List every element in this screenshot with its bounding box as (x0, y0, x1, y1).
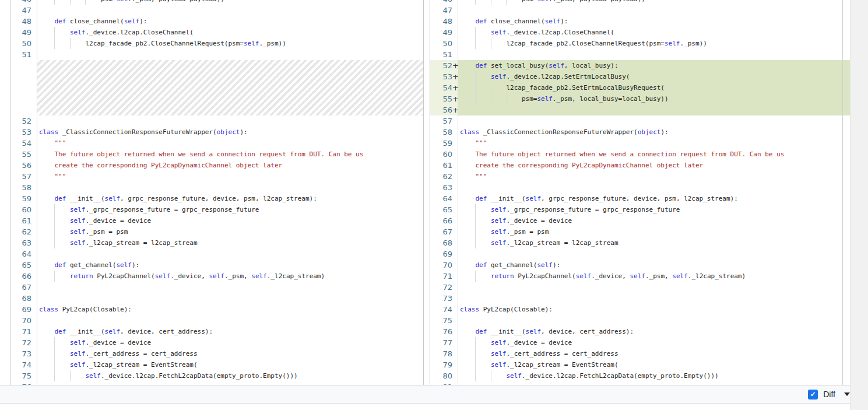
line-number[interactable]: 68 (22, 293, 31, 304)
line-number[interactable]: 53 (442, 71, 452, 82)
line-number[interactable]: 48 (442, 16, 452, 27)
line-number[interactable]: 55 (442, 93, 452, 104)
line-number[interactable]: 59 (22, 193, 31, 204)
line-number[interactable]: 75 (442, 315, 452, 326)
line-number[interactable]: 70 (22, 315, 31, 326)
line-number[interactable]: 66 (442, 215, 452, 226)
line-number[interactable]: 72 (442, 282, 452, 293)
code-line: 77 self._device = device (430, 337, 850, 348)
code-text: self._l2cap_stream = l2cap_stream (458, 237, 842, 248)
code-text: self._l2cap_stream = EventStream( (37, 359, 423, 370)
line-number[interactable]: 58 (442, 127, 452, 138)
code-text: The future object returned when we send … (37, 149, 423, 160)
line-number[interactable]: 50 (22, 38, 31, 49)
code-line-pad (842, 0, 850, 5)
line-number[interactable]: 76 (442, 326, 452, 337)
line-number[interactable]: 72 (22, 337, 31, 348)
line-number[interactable]: 50 (442, 38, 452, 49)
code-text (458, 5, 842, 16)
line-number[interactable]: 71 (22, 326, 31, 337)
line-number[interactable]: 73 (22, 348, 31, 359)
code-text: class PyL2cap(Closable): (37, 304, 423, 315)
line-number[interactable]: 52 (442, 60, 452, 71)
line-number[interactable]: 60 (22, 204, 31, 215)
line-number[interactable]: 49 (442, 27, 452, 38)
line-number[interactable]: 56 (442, 104, 452, 115)
line-number[interactable]: 64 (22, 248, 31, 260)
line-number[interactable]: 77 (442, 337, 452, 348)
line-number[interactable]: 53 (22, 127, 31, 138)
line-number[interactable]: 65 (442, 204, 452, 215)
diff-checkbox[interactable]: ✓ (808, 390, 818, 400)
code-line: 65 def get_channel(self): (10, 260, 423, 271)
line-number[interactable]: 62 (22, 226, 31, 237)
line-number[interactable]: 49 (22, 27, 31, 38)
line-number[interactable]: 73 (442, 293, 452, 304)
line-number[interactable]: 74 (442, 304, 452, 315)
code-line: 61 self._device = device (10, 215, 423, 226)
line-number[interactable]: 54 (442, 82, 452, 93)
line-number[interactable]: 46 (442, 0, 452, 5)
code-text: class PyL2cap(Closable): (458, 304, 842, 315)
code-line: 74class PyL2cap(Closable): (430, 304, 850, 315)
line-number[interactable]: 70 (442, 260, 452, 271)
line-number[interactable]: 67 (22, 282, 31, 293)
line-number[interactable]: 67 (442, 226, 452, 237)
line-number[interactable]: 59 (442, 138, 452, 149)
line-number[interactable]: 52 (22, 115, 31, 127)
code-text: self._grpc_response_future = grpc_respon… (458, 204, 842, 215)
added-line-marker: + (452, 104, 458, 115)
line-number[interactable]: 63 (442, 182, 452, 193)
line-number[interactable]: 79 (442, 359, 452, 370)
code-line-pad (842, 82, 850, 93)
line-number[interactable]: 68 (442, 237, 452, 248)
line-number[interactable]: 63 (22, 237, 31, 248)
line-number[interactable]: 48 (22, 16, 31, 27)
line-number[interactable]: 57 (22, 171, 31, 182)
code-text: def close_channel(self): (458, 16, 842, 27)
line-number[interactable]: 61 (442, 160, 452, 171)
line-number[interactable]: 56 (22, 160, 31, 171)
line-gutter: 47 (10, 5, 37, 16)
line-number[interactable]: 66 (22, 271, 31, 282)
code-line: 69class PyL2cap(Closable): (10, 304, 423, 315)
line-gutter: 63 (430, 182, 458, 193)
line-number[interactable]: 65 (22, 260, 31, 271)
code-line-pad (842, 115, 850, 127)
line-number[interactable]: 71 (442, 271, 452, 282)
line-number[interactable]: 60 (442, 149, 452, 160)
line-gutter: 71 (430, 271, 458, 282)
code-line-pad (842, 248, 850, 260)
line-number[interactable]: 51 (442, 49, 452, 60)
line-number[interactable]: 55 (22, 149, 31, 160)
diff-toolbar: ✓ Diff (0, 385, 868, 404)
line-number[interactable]: 54 (22, 138, 31, 149)
line-number[interactable]: 78 (442, 348, 452, 359)
line-number[interactable]: 47 (22, 5, 31, 16)
line-number[interactable]: 80 (442, 370, 452, 381)
code-text: self._device = device (37, 337, 423, 348)
line-number[interactable]: 46 (22, 0, 31, 5)
line-number[interactable]: 61 (22, 215, 31, 226)
line-number[interactable]: 58 (22, 182, 31, 193)
line-number[interactable]: 57 (442, 115, 452, 127)
code-line-pad (842, 60, 850, 71)
line-gutter: 53 (10, 127, 37, 138)
line-number[interactable]: 74 (22, 359, 31, 370)
line-gutter: 63 (10, 237, 37, 248)
line-number[interactable]: 62 (442, 171, 452, 182)
code-line: 58 (10, 182, 423, 193)
code-line: 60 self._grpc_response_future = grpc_res… (10, 204, 423, 215)
code-text: def get_channel(self): (37, 260, 423, 271)
line-number[interactable]: 69 (442, 248, 452, 260)
line-number[interactable]: 75 (22, 370, 31, 381)
line-number[interactable]: 64 (442, 193, 452, 204)
code-line: 79 self._l2cap_stream = EventStream( (430, 359, 850, 370)
line-gutter: 61 (430, 160, 458, 171)
line-number[interactable]: 47 (442, 5, 452, 16)
dropdown-caret-icon[interactable] (844, 393, 850, 396)
scrollbar-track[interactable] (850, 0, 868, 410)
line-number[interactable]: 69 (22, 304, 31, 315)
line-gutter: 65 (430, 204, 458, 215)
line-number[interactable]: 51 (22, 49, 31, 60)
